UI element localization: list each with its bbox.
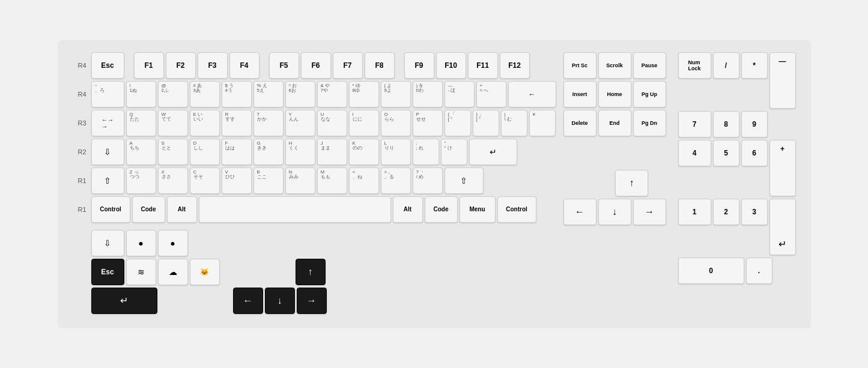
key-g[interactable]: Gきき	[253, 139, 284, 165]
key-period[interactable]: > 。。る	[381, 167, 411, 194]
key-v[interactable]: Vひひ	[222, 167, 252, 194]
key-dark-wind1[interactable]: ≋	[126, 259, 156, 285]
key-menu[interactable]: Menu	[460, 196, 496, 223]
key-num5[interactable]: 5	[713, 140, 739, 166]
key-extra-shift[interactable]: ⇩	[91, 230, 124, 256]
key-dark-up[interactable]: ↑	[296, 259, 326, 285]
key-f12[interactable]: F12	[500, 52, 530, 79]
key-1[interactable]: !1ぬ	[126, 81, 156, 107]
key-dark-left[interactable]: ←	[233, 288, 263, 314]
key-c[interactable]: Cそそ	[190, 167, 220, 194]
key-tab[interactable]: ←→→	[91, 110, 124, 136]
key-lbrace[interactable]: { 「[ °	[445, 110, 471, 136]
key-capslock[interactable]: ⇩	[91, 139, 124, 165]
key-backspace[interactable]: ←	[508, 81, 556, 107]
key-alt-left[interactable]: Alt	[167, 196, 197, 223]
key-num-mult[interactable]: *	[741, 52, 768, 79]
key-pgdn[interactable]: Pg Dn	[633, 110, 666, 136]
key-alt-right[interactable]: Alt	[393, 196, 423, 223]
key-insert[interactable]: Insert	[563, 81, 596, 107]
key-j[interactable]: Jまま	[317, 139, 347, 165]
key-i[interactable]: Iにに	[349, 110, 379, 136]
key-shift-right[interactable]: ⇧	[445, 167, 484, 194]
key-f3[interactable]: F3	[198, 52, 228, 79]
key-num-plus[interactable]: +	[769, 140, 796, 196]
key-enter[interactable]: ↵	[469, 139, 517, 165]
key-num-slash[interactable]: /	[713, 52, 739, 79]
key-y[interactable]: Yんん	[285, 110, 315, 136]
key-o[interactable]: Oらら	[381, 110, 411, 136]
key-num9[interactable]: 9	[741, 111, 768, 137]
key-f4[interactable]: F4	[229, 52, 259, 79]
key-7[interactable]: & や7や	[317, 81, 347, 107]
key-u[interactable]: Uなな	[317, 110, 347, 136]
key-yen[interactable]: ¥	[529, 110, 556, 136]
key-x[interactable]: Xささ	[158, 167, 188, 194]
key-equals[interactable]: += へ	[476, 81, 506, 107]
key-num-enter[interactable]: ↵	[769, 199, 796, 255]
key-dark-down[interactable]: ↓	[265, 288, 295, 314]
key-f11[interactable]: F11	[468, 52, 498, 79]
key-m[interactable]: Mもも	[317, 167, 347, 194]
key-num2[interactable]: 2	[713, 199, 739, 225]
key-3[interactable]: # あ3あ	[190, 81, 220, 107]
key-semicolon[interactable]: :; れ	[413, 139, 439, 165]
key-num-minus[interactable]: —	[769, 52, 796, 109]
key-f[interactable]: Fはは	[222, 139, 252, 165]
key-k[interactable]: Kのの	[349, 139, 379, 165]
key-q[interactable]: Qたた	[126, 110, 156, 136]
key-num3[interactable]: 3	[741, 199, 768, 225]
key-num8[interactable]: 8	[713, 111, 739, 137]
key-dark-esc[interactable]: Esc	[91, 259, 124, 285]
key-pause[interactable]: Pause	[633, 52, 666, 79]
key-comma[interactable]: <、ね	[349, 167, 379, 194]
key-num-dot[interactable]: .	[746, 258, 772, 284]
key-dark-enter[interactable]: ↵	[91, 288, 157, 314]
key-l[interactable]: Lりり	[381, 139, 411, 165]
key-f10[interactable]: F10	[436, 52, 466, 79]
key-arrow-left[interactable]: ←	[563, 199, 596, 225]
key-num6[interactable]: 6	[741, 140, 768, 166]
key-n[interactable]: Nみみ	[285, 167, 315, 194]
key-rbrace[interactable]: } 」] °	[473, 110, 499, 136]
key-z[interactable]: Z っつつ	[126, 167, 156, 194]
key-space[interactable]	[199, 196, 391, 223]
key-dark-cloud[interactable]: ☁	[158, 259, 188, 285]
key-f2[interactable]: F2	[166, 52, 196, 79]
key-dark-right[interactable]: →	[297, 288, 327, 314]
key-slash[interactable]: ? ・/ め	[413, 167, 443, 194]
key-f1[interactable]: F1	[134, 52, 164, 79]
key-code-left[interactable]: Code	[132, 196, 165, 223]
key-extra-dot2[interactable]: ●	[158, 230, 188, 256]
key-code-right[interactable]: Code	[425, 196, 458, 223]
key-arrow-up[interactable]: ↑	[615, 170, 648, 196]
key-scrolk[interactable]: Scrolk	[598, 52, 631, 79]
key-numlock[interactable]: NumLock	[678, 52, 711, 79]
key-minus[interactable]: —- ほ	[445, 81, 475, 107]
key-2[interactable]: @2ふ	[158, 81, 188, 107]
key-r[interactable]: Rすす	[222, 110, 252, 136]
key-0[interactable]: ) を0わ	[413, 81, 443, 107]
key-num0[interactable]: 0	[678, 258, 744, 284]
key-d[interactable]: Dしし	[190, 139, 220, 165]
key-arrow-down[interactable]: ↓	[598, 199, 631, 225]
key-esc[interactable]: Esc	[91, 52, 124, 79]
key-num4[interactable]: 4	[678, 140, 711, 166]
key-arrow-right[interactable]: →	[633, 199, 666, 225]
key-pgup[interactable]: Pg Up	[633, 81, 666, 107]
key-h[interactable]: Hくく	[285, 139, 315, 165]
key-4[interactable]: $ う4う	[222, 81, 252, 107]
key-prtsc[interactable]: Prt Sc	[563, 52, 596, 79]
key-quote[interactable]: "" け	[441, 139, 467, 165]
key-end[interactable]: End	[598, 110, 631, 136]
key-e[interactable]: E いいい	[190, 110, 220, 136]
key-p[interactable]: Pせせ	[413, 110, 443, 136]
key-f8[interactable]: F8	[365, 52, 395, 79]
key-f9[interactable]: F9	[404, 52, 434, 79]
key-f7[interactable]: F7	[333, 52, 363, 79]
key-9[interactable]: ( よ9よ	[381, 81, 411, 107]
key-tilde[interactable]: ~、ろ	[91, 81, 124, 107]
key-f5[interactable]: F5	[269, 52, 299, 79]
key-shift-left[interactable]: ⇧	[91, 167, 124, 194]
key-b[interactable]: Bここ	[253, 167, 284, 194]
